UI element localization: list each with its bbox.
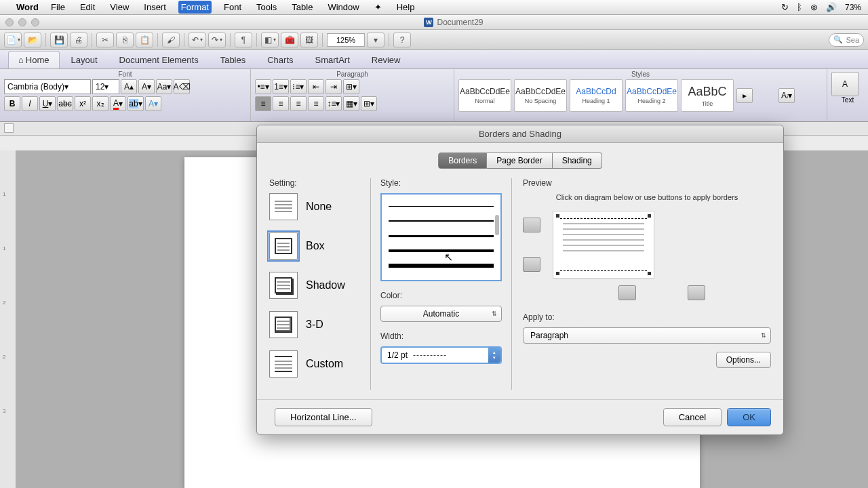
- style-scrollbar[interactable]: [495, 215, 499, 235]
- options-button[interactable]: Options...: [716, 352, 771, 368]
- menu-font[interactable]: Font: [221, 1, 244, 14]
- menu-table[interactable]: Table: [289, 1, 315, 14]
- tab-selector[interactable]: [4, 123, 14, 133]
- minimize-window-button[interactable]: [18, 18, 26, 26]
- style-heading-1[interactable]: AaBbCcDdHeading 1: [570, 79, 623, 112]
- paste-button[interactable]: 📋: [136, 33, 153, 47]
- tab-shading[interactable]: Shading: [553, 152, 602, 169]
- copy-button[interactable]: ⎘: [116, 33, 134, 47]
- multilevel-button[interactable]: ⁝≡▾: [290, 79, 307, 94]
- text-effects-button[interactable]: A▾: [145, 96, 161, 111]
- style-normal[interactable]: AaBbCcDdEeNormal: [458, 79, 511, 112]
- left-border-button[interactable]: [618, 285, 636, 300]
- script-menu-icon[interactable]: ✦: [372, 1, 384, 14]
- app-menu[interactable]: Word: [16, 2, 39, 12]
- battery-percent[interactable]: 73%: [845, 3, 861, 12]
- toolbox-button[interactable]: 🧰: [281, 33, 298, 47]
- clear-formatting-button[interactable]: A⌫: [174, 79, 190, 94]
- cut-button[interactable]: ✂: [96, 33, 114, 47]
- shading-button[interactable]: ▦▾: [343, 96, 359, 111]
- border-preview-diagram[interactable]: [553, 211, 654, 279]
- right-border-button[interactable]: [688, 285, 705, 300]
- font-color-button[interactable]: A▾: [110, 96, 126, 111]
- italic-button[interactable]: I: [22, 96, 38, 111]
- ok-button[interactable]: OK: [727, 408, 771, 426]
- open-button[interactable]: 📂: [24, 33, 41, 47]
- new-doc-button[interactable]: 📄: [4, 33, 22, 47]
- menu-help[interactable]: Help: [394, 1, 418, 14]
- align-left-button[interactable]: ≡: [255, 96, 271, 111]
- setting-custom[interactable]: Custom: [269, 350, 363, 378]
- tab-page-border[interactable]: Page Border: [487, 152, 552, 169]
- vertical-ruler[interactable]: 1 1 2 2 3: [0, 150, 16, 488]
- font-family-select[interactable]: Cambria (Body) ▾: [4, 79, 91, 94]
- menu-file[interactable]: File: [48, 1, 68, 14]
- justify-button[interactable]: ≡: [308, 96, 324, 111]
- grow-font-button[interactable]: A▴: [121, 79, 137, 94]
- numbering-button[interactable]: 1≡▾: [273, 79, 289, 94]
- zoom-window-button[interactable]: [31, 18, 39, 26]
- subscript-button[interactable]: x₂: [92, 96, 108, 111]
- shrink-font-button[interactable]: A▾: [138, 79, 155, 94]
- menu-view[interactable]: View: [107, 1, 132, 14]
- menu-format[interactable]: Format: [178, 1, 212, 14]
- show-formatting-button[interactable]: ¶: [235, 33, 252, 47]
- zoom-dropdown-button[interactable]: ▾: [367, 33, 384, 47]
- change-case-button[interactable]: Aa▾: [156, 79, 172, 94]
- tab-document-elements[interactable]: Document Elements: [109, 51, 209, 68]
- format-painter-button[interactable]: 🖌: [162, 33, 180, 47]
- setting-3d[interactable]: 3-D: [269, 311, 363, 338]
- cancel-button[interactable]: Cancel: [663, 408, 722, 426]
- styles-pane-button[interactable]: Aᵢ▾: [778, 88, 795, 103]
- width-stepper[interactable]: ▴▾: [488, 348, 500, 363]
- sidebar-toggle-button[interactable]: ◧: [261, 33, 279, 47]
- volume-icon[interactable]: 🔊: [826, 2, 837, 12]
- help-button[interactable]: ?: [393, 33, 411, 47]
- horizontal-line-button[interactable]: Horizontal Line...: [275, 408, 372, 426]
- menu-tools[interactable]: Tools: [254, 1, 279, 14]
- menu-window[interactable]: Window: [325, 1, 361, 14]
- sync-icon[interactable]: ↻: [781, 2, 789, 12]
- setting-box[interactable]: Box: [269, 232, 363, 260]
- tab-smartart[interactable]: SmartArt: [305, 51, 360, 68]
- highlight-button[interactable]: ab▾: [127, 96, 144, 111]
- border-style-list[interactable]: [380, 193, 502, 281]
- tab-layout[interactable]: Layout: [61, 51, 108, 68]
- zoom-select[interactable]: 125%: [327, 33, 365, 47]
- top-border-button[interactable]: [523, 218, 540, 232]
- save-button[interactable]: 💾: [50, 33, 68, 47]
- align-right-button[interactable]: ≡: [290, 96, 307, 111]
- menu-insert[interactable]: Insert: [141, 1, 169, 14]
- bold-button[interactable]: B: [4, 96, 20, 111]
- tab-review[interactable]: Review: [361, 51, 411, 68]
- border-color-select[interactable]: Automatic: [380, 306, 502, 322]
- superscript-button[interactable]: x²: [75, 96, 91, 111]
- border-width-select[interactable]: 1/2 pt---------- ▴▾: [380, 346, 502, 364]
- borders-button[interactable]: ⊞▾: [361, 96, 377, 111]
- font-size-select[interactable]: 12 ▾: [92, 79, 119, 94]
- decrease-indent-button[interactable]: ⇤: [308, 79, 324, 94]
- text-direction-button[interactable]: ⊞▾: [343, 79, 359, 94]
- setting-shadow[interactable]: Shadow: [269, 272, 363, 299]
- bottom-border-button[interactable]: [523, 257, 540, 272]
- bullets-button[interactable]: •≡▾: [255, 79, 271, 94]
- media-browser-button[interactable]: 🖼: [300, 33, 318, 47]
- apply-to-select[interactable]: Paragraph: [523, 327, 771, 344]
- setting-none[interactable]: None: [269, 193, 363, 220]
- close-window-button[interactable]: [5, 18, 14, 26]
- menu-edit[interactable]: Edit: [77, 1, 98, 14]
- style-heading-2[interactable]: AaBbCcDdEeHeading 2: [625, 79, 678, 112]
- undo-button[interactable]: ↶: [189, 33, 206, 47]
- tab-borders[interactable]: Borders: [438, 152, 487, 169]
- line-spacing-button[interactable]: ↕≡▾: [326, 96, 342, 111]
- align-center-button[interactable]: ≡: [273, 96, 289, 111]
- search-field[interactable]: 🔍 Sea: [829, 33, 864, 47]
- redo-button[interactable]: ↷: [208, 33, 226, 47]
- increase-indent-button[interactable]: ⇥: [326, 79, 342, 94]
- bluetooth-icon[interactable]: ᛒ: [797, 2, 802, 12]
- style-title[interactable]: AaBbCTitle: [681, 79, 734, 112]
- wifi-icon[interactable]: ⊚: [810, 2, 818, 12]
- styles-more-button[interactable]: ▸: [736, 88, 753, 103]
- style-no-spacing[interactable]: AaBbCcDdEeNo Spacing: [514, 79, 567, 112]
- tab-tables[interactable]: Tables: [210, 51, 256, 68]
